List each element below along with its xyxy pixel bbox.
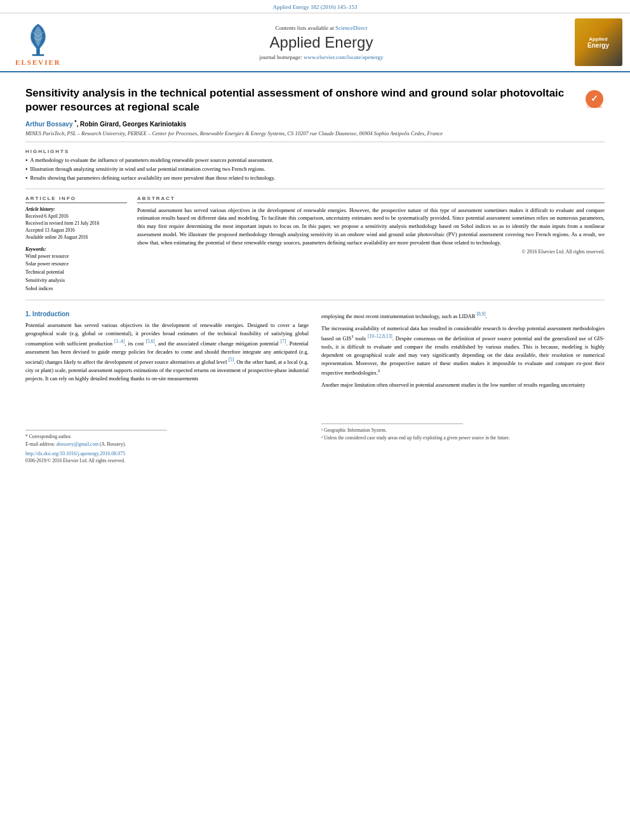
keywords-list: Wind power resource Solar power resource…	[25, 253, 127, 293]
intro-paragraph: Potential assessment has served various …	[25, 321, 309, 383]
corresponding-label: * Corresponding author.	[25, 433, 309, 440]
ref-8-9[interactable]: [8,9]	[476, 311, 485, 317]
highlight-text-3: Results showing that parameters defining…	[30, 175, 276, 182]
svg-text:CrossMark: CrossMark	[587, 105, 603, 109]
svg-text:✓: ✓	[591, 93, 598, 103]
ref-10-13[interactable]: [10–12,8,13]	[368, 333, 392, 339]
highlight-text-2: Illustration through analyzing sensitivi…	[30, 166, 265, 173]
right-paragraph-2: The increasing availability of numerical…	[321, 324, 605, 378]
journal-ref-text: Applied Energy 182 (2016) 145–153	[273, 4, 358, 10]
article-info-col: ARTICLE INFO Article history: Received 6…	[25, 196, 127, 293]
abstract-label: ABSTRACT	[137, 196, 605, 203]
header-right: Applied Energy	[573, 18, 624, 66]
doi-line: http://dx.doi.org/10.1016/j.apenergy.201…	[25, 450, 309, 457]
copyright-line: © 2016 Elsevier Ltd. All rights reserved…	[137, 249, 605, 255]
keyword-5: Sobol indices	[25, 285, 127, 293]
page: Applied Energy 182 (2016) 145–153	[0, 0, 630, 840]
journal-homepage: journal homepage: www.elsevier.com/locat…	[259, 54, 383, 60]
right-paragraph-1: employing the most recent instrumentatio…	[321, 310, 605, 321]
applied-energy-logo: Applied Energy	[575, 18, 622, 66]
homepage-label: journal homepage:	[259, 54, 303, 60]
received-date: Received 6 April 2016	[25, 213, 127, 220]
keyword-2: Solar power resource	[25, 260, 127, 269]
highlight-item-1: • A methodology to evaluate the influenc…	[25, 157, 605, 164]
main-content: Sensitivity analysis in the technical po…	[0, 72, 630, 471]
science-direct-link[interactable]: ScienceDirect	[335, 25, 367, 31]
ae-logo-text2: Energy	[587, 42, 609, 49]
homepage-link[interactable]: www.elsevier.com/locate/apenergy	[304, 54, 384, 60]
contents-text: Contents lists available at	[276, 25, 334, 31]
corresponding-sup: *	[74, 118, 76, 124]
authors-line: Arthur Bossavy *, Robin Girard, Georges …	[25, 118, 578, 127]
ref-1-4[interactable]: [1–4]	[114, 338, 124, 344]
star-label: * Corresponding author.	[25, 434, 72, 439]
crossmark-badge[interactable]: ✓ CrossMark	[584, 89, 605, 109]
footnote-divider	[25, 430, 167, 430]
header-left: ELSEVIER	[6, 18, 70, 66]
article-title-block: Sensitivity analysis in the technical po…	[25, 86, 578, 137]
body-left-col: 1. Introduction Potential assessment has…	[25, 310, 309, 463]
right-footnotes: ¹ Geographic Information System. ² Unles…	[321, 393, 605, 441]
ref-5b[interactable]: [5]	[228, 357, 234, 363]
highlight-item-2: • Illustration through analyzing sensiti…	[25, 166, 605, 173]
ae-logo-text1: Applied	[589, 36, 607, 42]
thanks-word: thanks	[130, 375, 144, 382]
doi-link[interactable]: http://dx.doi.org/10.1016/j.apenergy.201…	[25, 451, 125, 457]
keyword-4: Sensitivity analysis	[25, 277, 127, 285]
author-bossavy-link[interactable]: Arthur Bossavy	[25, 121, 72, 128]
highlights-label: HIGHLIGHTS	[25, 149, 605, 154]
right-paragraph-3: Another major limitation often observed …	[321, 381, 605, 389]
footnote-2-text: ² Unless the considered case study areas…	[321, 434, 605, 441]
article-title: Sensitivity analysis in the technical po…	[25, 86, 578, 114]
right-footnote-divider	[321, 423, 463, 424]
elsevier-tree-icon	[19, 19, 57, 57]
crossmark-icon: ✓ CrossMark	[584, 89, 605, 109]
elsevier-text: ELSEVIER	[15, 58, 61, 66]
body-two-col: 1. Introduction Potential assessment has…	[25, 310, 605, 463]
email-line: E-mail address: abossavy@gmail.com (A. B…	[25, 441, 309, 448]
ref-5-6[interactable]: [5,6]	[145, 338, 154, 344]
intro-heading: 1. Introduction	[25, 310, 309, 317]
bullet-2: •	[25, 166, 28, 173]
ref-7[interactable]: [7]	[281, 338, 286, 344]
header-middle: Contents lists available at ScienceDirec…	[76, 18, 566, 66]
article-title-section: Sensitivity analysis in the technical po…	[25, 80, 605, 142]
body-right-col: employing the most recent instrumentatio…	[321, 310, 605, 463]
fn2-sup: 2	[378, 368, 380, 373]
bullet-1: •	[25, 157, 28, 164]
highlights-section: HIGHLIGHTS • A methodology to evaluate t…	[25, 149, 605, 189]
bullet-3: •	[25, 175, 28, 182]
revised-date: Received in revised form 21 July 2016	[25, 220, 127, 227]
authors-text: Arthur Bossavy *, Robin Girard, Georges …	[25, 121, 186, 128]
journal-title-header: Applied Energy	[270, 34, 373, 51]
footnote-1-text: ¹ Geographic Information System.	[321, 427, 605, 434]
history-label: Article history:	[25, 206, 127, 212]
info-abstract-section: ARTICLE INFO Article history: Received 6…	[25, 196, 605, 300]
svg-rect-1	[32, 54, 44, 56]
keyword-3: Technical potential	[25, 269, 127, 277]
abstract-col: ABSTRACT Potential assessment has served…	[137, 196, 605, 293]
highlight-item-3: • Results showing that parameters defini…	[25, 175, 605, 182]
issn-line: 0306-2619/© 2016 Elsevier Ltd. All right…	[25, 458, 309, 463]
article-info-label: ARTICLE INFO	[25, 196, 127, 203]
bottom-left: * Corresponding author. E-mail address: …	[25, 387, 309, 463]
affiliation-line: MINES ParisTech, PSL – Research Universi…	[25, 130, 578, 137]
abstract-text: Potential assessment has served various …	[137, 206, 605, 247]
keyword-1: Wind power resource	[25, 253, 127, 261]
keywords-label: Keywords:	[25, 246, 127, 252]
accepted-date: Accepted 13 August 2016	[25, 227, 127, 234]
contents-line: Contents lists available at ScienceDirec…	[276, 25, 368, 31]
available-date: Available online 26 August 2016	[25, 234, 127, 241]
elsevier-logo: ELSEVIER	[15, 19, 61, 66]
email-label: E-mail address:	[25, 441, 55, 447]
email-suffix: (A. Bossavy).	[100, 441, 126, 447]
journal-ref-bar: Applied Energy 182 (2016) 145–153	[0, 0, 630, 13]
highlight-text-1: A methodology to evaluate the influence …	[30, 157, 274, 164]
fn1-sup: 1	[351, 334, 354, 339]
email-link[interactable]: abossavy@gmail.com	[57, 441, 98, 447]
header-section: ELSEVIER Contents lists available at Sci…	[0, 13, 630, 72]
